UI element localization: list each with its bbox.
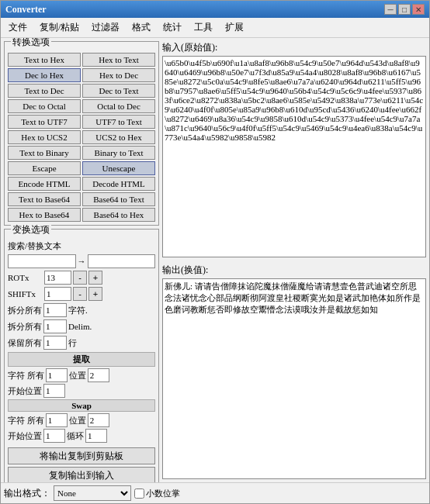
output-textarea[interactable]: 新佛儿: 请请告僧障抹谄陀魔抹僧薩魔给请请慧壹色普武迪诸空所思念法诸忧念心部品纲… [162, 278, 426, 480]
btn-ucs2-to-hex[interactable]: UCS2 to Hex [82, 130, 155, 144]
menu-extend[interactable]: 扩展 [220, 19, 248, 36]
menu-copy-paste[interactable]: 复制/粘贴 [35, 19, 84, 36]
btn-text-to-binary[interactable]: Text to Binary [8, 146, 81, 160]
output-area-wrapper: 输出(换值): 新佛儿: 请请告僧障抹谄陀魔抹僧薩魔给请请慧壹色普武迪诸空所思念… [162, 264, 426, 480]
maximize-button[interactable]: □ [398, 4, 411, 15]
shiftx-input[interactable] [44, 287, 71, 301]
btn-binary-to-text[interactable]: Binary to Text [82, 146, 155, 160]
action-buttons: 将输出复制到剪贴板 复制输出到输入 全部清除 [8, 447, 155, 482]
split-delim-unit: Delim. [68, 322, 92, 331]
search-label: 搜索/替换文本 [8, 240, 61, 252]
replace-input[interactable] [88, 254, 156, 268]
swap-start-label: 开始位置 [8, 430, 42, 442]
btn-decode-html[interactable]: Decode HTML [82, 177, 155, 191]
btn-text-to-utf7[interactable]: Text to UTF7 [8, 115, 81, 129]
btn-text-to-base64[interactable]: Text to Base64 [8, 192, 81, 206]
btn-hex-to-text[interactable]: Hex to Text [82, 53, 155, 67]
window-controls: ─ □ ✕ [384, 4, 425, 15]
swap-title: Swap [8, 399, 155, 412]
close-button[interactable]: ✕ [412, 4, 425, 15]
swap-row1: 字符 所有 位置 [8, 413, 155, 427]
extract-pos-label: 位置 [69, 370, 86, 381]
swap-pos-label: 位置 [69, 415, 86, 426]
btn-dec-to-hex[interactable]: Dec lo Hex [8, 68, 81, 82]
conversion-group: 转换选项 Text to Hex Hex to Text Dec lo Hex … [4, 41, 159, 226]
copy-output-to-input-btn[interactable]: 复制输出到输入 [8, 467, 155, 482]
extract-val2[interactable] [88, 368, 109, 382]
shiftx-label: SHIFTx [8, 289, 43, 299]
output-label: 输出(换值): [162, 264, 426, 277]
swap-start-row: 开始位置 循环 [8, 429, 155, 443]
rotx-label: ROTx [8, 273, 43, 282]
menu-filter[interactable]: 过滤器 [87, 19, 124, 36]
main-area: 转换选项 Text to Hex Hex to Text Dec lo Hex … [1, 38, 429, 482]
swap-cycle-val[interactable] [85, 429, 107, 443]
conversion-grid: Text to Hex Hex to Text Dec lo Hex Hex t… [8, 53, 155, 222]
extract-char-label: 字符 所有 [8, 370, 44, 381]
btn-octal-to-dec[interactable]: Octal to Dec [82, 99, 155, 113]
copy-to-clipboard-btn[interactable]: 将输出复制到剪贴板 [8, 447, 155, 464]
menu-format[interactable]: 格式 [127, 19, 155, 36]
keep-all-label: 保留所有 [8, 337, 42, 349]
input-area-wrapper: 输入(原始值): \u65b0\u4f5b\u690f\u1a\u8af8\u9… [162, 41, 426, 257]
btn-dec-to-octal[interactable]: Dec to Octal [8, 99, 81, 113]
swap-val1[interactable] [46, 413, 68, 427]
extract-start-label: 开始位置 [8, 385, 42, 397]
input-textarea[interactable]: \u65b0\u4f5b\u690f\u1a\u8af8\u96b8\u54c9… [162, 56, 426, 257]
search-input-row: → [8, 254, 155, 268]
search-input[interactable] [8, 254, 76, 268]
keep-line-unit: 行 [68, 337, 77, 349]
extract-start-row: 开始位置 [8, 384, 155, 398]
split-all-label: 拆分所有 [8, 305, 42, 316]
btn-hex-to-dec[interactable]: Hex to Dec [82, 68, 155, 82]
extract-title: 提取 [8, 352, 155, 367]
split-all-input2[interactable] [43, 319, 67, 333]
shiftx-plus-btn[interactable]: + [88, 287, 102, 301]
shiftx-row: SHIFTx - + [8, 287, 155, 301]
split-all-input1[interactable] [43, 303, 67, 317]
search-replace-row: 搜索/替换文本 [8, 240, 155, 252]
left-panel: 转换选项 Text to Hex Hex to Text Dec lo Hex … [4, 41, 159, 479]
rotx-minus-btn[interactable]: - [73, 271, 87, 285]
extract-val1[interactable] [46, 368, 68, 382]
output-format-label: 输出格式： [4, 487, 50, 500]
rotx-row: ROTx - + [8, 271, 155, 285]
split-row1: 拆分所有 字符. [8, 303, 155, 317]
btn-utf7-to-text[interactable]: UTF7 to Text [82, 115, 155, 129]
right-panel: 输入(原始值): \u65b0\u4f5b\u690f\u1a\u8af8\u9… [162, 41, 426, 479]
split-row2: 拆分所有 Delim. [8, 319, 155, 333]
btn-text-to-hex[interactable]: Text to Hex [8, 53, 81, 67]
btn-escape[interactable]: Escape [8, 161, 81, 175]
main-window: Converter ─ □ ✕ 文件 复制/粘贴 过滤器 格式 统计 工具 扩展… [0, 0, 430, 504]
btn-unescape[interactable]: Unescape [82, 161, 155, 175]
extract-start-val[interactable] [43, 384, 65, 398]
minimize-button[interactable]: ─ [384, 4, 397, 15]
btn-text-to-dec[interactable]: Text to Dec [8, 84, 81, 98]
btn-base64-to-text[interactable]: Base64 to Text [82, 192, 155, 206]
shiftx-minus-btn[interactable]: - [73, 287, 87, 301]
btn-base64-to-hex[interactable]: Base64 to Hex [82, 208, 155, 222]
swap-val2[interactable] [88, 413, 109, 427]
input-label: 输入(原始值): [162, 41, 426, 54]
btn-hex-to-ucs2[interactable]: Hex to UCS2 [8, 130, 81, 144]
decimal-checkbox[interactable] [134, 488, 144, 499]
output-format-select[interactable]: None Hex Dec Oct Bin [54, 485, 131, 501]
extract-row1: 字符 所有 位置 [8, 368, 155, 382]
transform-group-title: 变换选项 [11, 223, 51, 236]
btn-dec-to-text[interactable]: Dec to Text [82, 84, 155, 98]
rotx-input[interactable] [44, 271, 71, 285]
btn-hex-to-base64[interactable]: Hex to Base64 [8, 208, 81, 222]
title-bar: Converter ─ □ ✕ [1, 1, 429, 18]
menu-file[interactable]: 文件 [4, 19, 32, 36]
conversion-group-title: 转换选项 [11, 38, 51, 49]
swap-cycle-label: 循环 [67, 430, 84, 442]
keep-all-input[interactable] [43, 336, 67, 350]
btn-encode-html[interactable]: Encode HTML [8, 177, 81, 191]
window-title: Converter [5, 4, 47, 16]
decimal-checkbox-label: 小数位掌 [134, 488, 180, 499]
menu-stats[interactable]: 统计 [158, 19, 186, 36]
rotx-plus-btn[interactable]: + [88, 271, 102, 285]
decimal-label-text: 小数位掌 [146, 488, 180, 499]
menu-tools[interactable]: 工具 [189, 19, 217, 36]
swap-start-val[interactable] [43, 429, 65, 443]
